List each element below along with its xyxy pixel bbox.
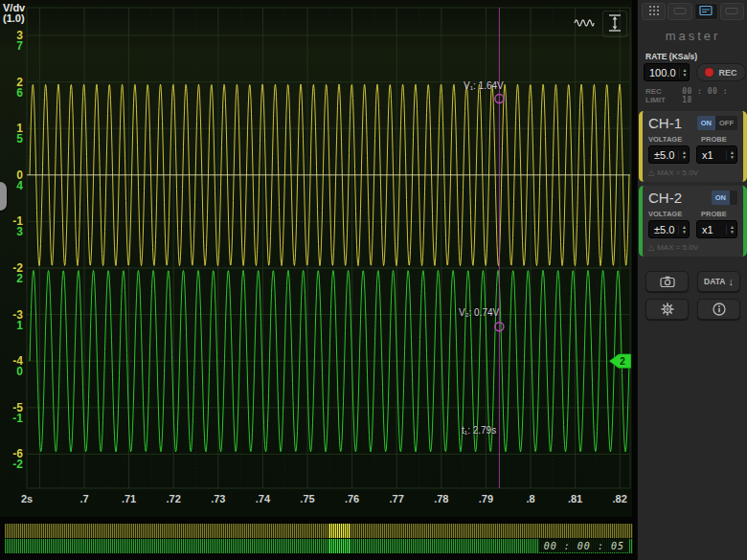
data-export-button[interactable]: DATA ↓ [697, 271, 740, 292]
camera-icon [660, 276, 675, 287]
volts-per-div-value: (1.0) [3, 13, 25, 24]
ch1-voltage-spinner[interactable]: ±5.0 ▲ ▼ [648, 146, 690, 164]
ch2-off-button[interactable] [730, 190, 737, 205]
svg-text:.7: .7 [79, 493, 88, 504]
ch2-voltage-value: ±5.0 [654, 224, 675, 235]
ch2-name: CH-2 [648, 190, 682, 206]
gear-icon [661, 302, 674, 316]
settings-button[interactable] [645, 299, 689, 320]
warning-icon: △ [648, 168, 654, 177]
ch2-voltage-spinner[interactable]: ±5.0 ▲ ▼ [648, 220, 690, 238]
ch1-voltage-label: VOLTAGE [648, 135, 701, 144]
vertical-fit-icon [607, 13, 622, 35]
stepper-arrows[interactable]: ▲ ▼ [678, 225, 687, 235]
svg-text:-2: -2 [12, 458, 23, 471]
info-icon [713, 302, 726, 316]
rate-label: RATE (KSa/s) [645, 52, 747, 61]
svg-text:3: 3 [16, 225, 23, 238]
step-down-icon[interactable]: ▼ [682, 230, 687, 235]
left-drawer-handle[interactable] [0, 182, 7, 211]
ch1-name: CH-1 [648, 115, 682, 131]
download-icon: ↓ [728, 276, 734, 287]
ch1-max-warning-text: MAX = 5.0V [657, 168, 698, 177]
info-button[interactable] [697, 299, 740, 320]
svg-text:4: 4 [16, 179, 23, 192]
record-label: REC [718, 68, 736, 78]
svg-text:0: 0 [16, 365, 23, 378]
record-button[interactable]: REC [696, 63, 745, 81]
rec-limit-row: REC LIMIT 00 : 00 : 18 [638, 81, 747, 108]
elapsed-time-counter: 00 : 00 : 05 [539, 539, 629, 552]
ch1-probe-value: x1 [702, 149, 723, 161]
ch2-voltage-label: VOLTAGE [648, 210, 701, 218]
sine-wave-icon [574, 16, 595, 33]
stepper-arrows[interactable]: ▲ ▼ [678, 150, 687, 160]
cursor-v1-readout[interactable]: V₁: 1.64V [464, 80, 504, 91]
cursor-t1-readout[interactable]: t₁: 2.79s [462, 425, 496, 436]
svg-text:.73: .73 [211, 493, 225, 504]
timeline-overview-bar[interactable]: 00 : 00 : 05 [4, 523, 634, 555]
channel-card-ch2: CH-2 ON VOLTAGE PROBE ±5.0 ▲ ▼ [639, 186, 747, 257]
svg-text:.71: .71 [122, 493, 136, 504]
rec-limit-label: REC LIMIT [645, 87, 682, 104]
ch2-probe-value: x1 [702, 224, 723, 235]
ch1-on-button[interactable]: ON [697, 116, 715, 130]
volts-per-div-readout: V/dv (1.0) [3, 3, 25, 24]
svg-text:1: 1 [16, 319, 23, 332]
ch2-probe-spinner[interactable]: x1 ▲ ▼ [696, 220, 737, 238]
ch1-probe-spinner[interactable]: x1 ▲ ▼ [696, 146, 737, 164]
ch1-off-button[interactable]: OFF [715, 116, 737, 130]
step-down-icon[interactable]: ▼ [730, 230, 735, 235]
stepper-arrows[interactable]: ▲ ▼ [726, 150, 735, 160]
overview-viewport-handle[interactable] [329, 524, 350, 554]
ch2-max-warning: △ MAX = 5.0V [648, 243, 737, 252]
record-dot-icon [705, 68, 713, 77]
panel-title: master [638, 29, 747, 43]
waveform-style-button[interactable] [571, 13, 597, 35]
svg-text:.82: .82 [613, 493, 627, 504]
stepper-arrows[interactable]: ▲ ▼ [679, 68, 688, 78]
oscilloscope-app: 37261504-13-22-31-40-5-1-6-22s.7.71.72.7… [0, 0, 747, 560]
panel-tabbar [638, 0, 747, 22]
step-down-icon[interactable]: ▼ [682, 155, 687, 160]
svg-text:.74: .74 [256, 493, 271, 504]
svg-text:7: 7 [16, 39, 23, 53]
ch2-max-warning-text: MAX = 5.0V [657, 243, 698, 252]
tab-apps-grid[interactable] [642, 3, 666, 20]
oscilloscope-screen-icon [699, 5, 713, 19]
step-down-icon[interactable]: ▼ [730, 155, 735, 160]
svg-text:.78: .78 [434, 493, 448, 504]
svg-text:.76: .76 [345, 493, 359, 504]
tab-generator[interactable] [720, 3, 744, 20]
tab-oscilloscope[interactable] [694, 3, 718, 20]
ch1-onoff-toggle: ON OFF [697, 116, 737, 130]
svg-text:.77: .77 [390, 493, 404, 504]
cursor-v2-readout[interactable]: V₂: 0.74V [459, 307, 499, 318]
screenshot-button[interactable] [645, 271, 689, 292]
svg-text:.72: .72 [167, 493, 181, 504]
channel-card-ch1: CH-1 ON OFF VOLTAGE PROBE ±5.0 ▲ ▼ [639, 111, 747, 182]
svg-text:.79: .79 [479, 493, 493, 504]
control-panel: master RATE (KSa/s) 100.0 ▲ ▼ REC REC LI… [637, 0, 747, 560]
svg-text:2: 2 [620, 356, 625, 367]
waveform-plot[interactable]: 37261504-13-22-31-40-5-1-6-22s.7.71.72.7… [0, 0, 632, 517]
rate-value: 100.0 [649, 67, 676, 78]
ch2-probe-label: PROBE [701, 210, 727, 218]
svg-text:2: 2 [16, 272, 23, 285]
ch1-voltage-value: ±5.0 [654, 149, 675, 161]
overview-band-ch1[interactable] [5, 524, 633, 538]
tab-meter[interactable] [668, 3, 691, 20]
stepper-arrows[interactable]: ▲ ▼ [726, 225, 735, 235]
ch2-onoff-toggle: ON [712, 190, 737, 205]
meter-icon [673, 5, 687, 19]
data-export-label: DATA [704, 277, 725, 286]
svg-text:.8: .8 [526, 493, 534, 504]
ch1-max-warning: △ MAX = 5.0V [648, 168, 737, 177]
rate-spinner[interactable]: 100.0 ▲ ▼ [644, 63, 690, 81]
overview-viewport-ch1 [329, 524, 350, 538]
generator-icon [725, 5, 738, 19]
ch2-on-button[interactable]: ON [712, 190, 730, 205]
svg-text:2s: 2s [21, 493, 33, 504]
step-down-icon[interactable]: ▼ [683, 73, 688, 78]
vertical-fit-button[interactable] [602, 11, 627, 37]
